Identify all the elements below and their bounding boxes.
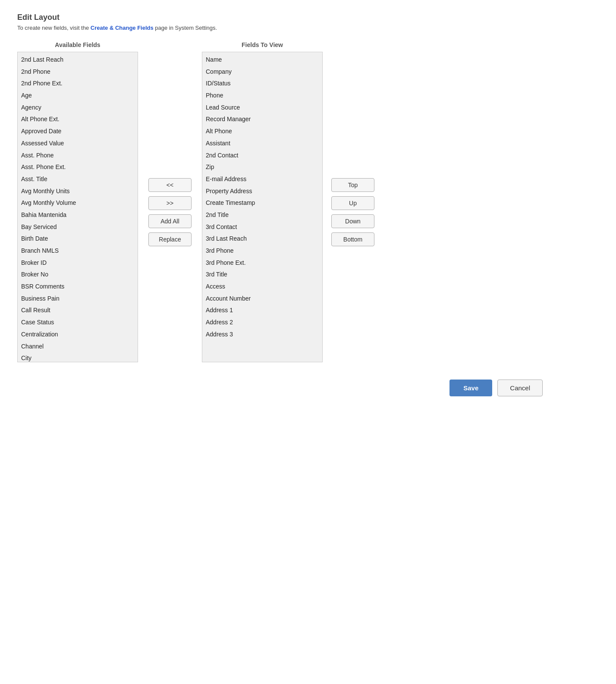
list-item[interactable]: Avg Monthly Volume xyxy=(18,197,138,209)
list-item[interactable]: Bay Serviced xyxy=(18,221,138,233)
list-item[interactable]: 3rd Title xyxy=(202,269,322,281)
up-button[interactable]: Up xyxy=(331,196,374,210)
list-item[interactable]: Avg Monthly Units xyxy=(18,185,138,198)
subtitle-suffix: page in System Settings. xyxy=(154,25,217,31)
list-item[interactable]: BSR Comments xyxy=(18,281,138,293)
list-item[interactable]: 2nd Phone Ext. xyxy=(18,78,138,90)
list-item[interactable]: E-mail Address xyxy=(202,173,322,185)
add-all-button[interactable]: Add All xyxy=(148,214,192,228)
list-item[interactable]: Lead Source xyxy=(202,102,322,114)
fields-to-view-label: Fields To View xyxy=(242,41,283,48)
list-item[interactable]: Agency xyxy=(18,102,138,114)
subtitle-prefix: To create new fields, visit the xyxy=(17,25,91,31)
list-item[interactable]: Business Pain xyxy=(18,293,138,305)
list-item[interactable]: Assessed Value xyxy=(18,138,138,150)
footer-actions: Save Cancel xyxy=(17,380,599,396)
list-item[interactable]: 3rd Phone xyxy=(202,245,322,257)
list-item[interactable]: 3rd Phone Ext. xyxy=(202,257,322,269)
list-item[interactable]: Centralization xyxy=(18,329,138,341)
list-item[interactable]: Name xyxy=(202,54,322,66)
list-item[interactable]: 2nd Contact xyxy=(202,150,322,162)
create-change-fields-link[interactable]: Create & Change Fields xyxy=(91,25,154,31)
list-item[interactable]: Branch NMLS xyxy=(18,245,138,257)
fields-to-view-section: Fields To View NameCompanyID/StatusPhone… xyxy=(202,41,323,362)
list-item[interactable]: Bahia Mantenida xyxy=(18,209,138,221)
page-subtitle: To create new fields, visit the Create &… xyxy=(17,25,599,31)
move-left-button[interactable]: << xyxy=(148,178,192,192)
available-fields-label: Available Fields xyxy=(55,41,100,48)
list-item[interactable]: Case Status xyxy=(18,317,138,329)
top-button[interactable]: Top xyxy=(331,178,374,192)
down-button[interactable]: Down xyxy=(331,214,374,228)
list-item[interactable]: Assistant xyxy=(202,138,322,150)
available-fields-list[interactable]: 2nd Last Reach2nd Phone2nd Phone Ext.Age… xyxy=(17,52,138,362)
list-item[interactable]: Access xyxy=(202,281,322,293)
list-item[interactable]: City xyxy=(18,352,138,362)
list-item[interactable]: Property Address xyxy=(202,185,322,198)
list-item[interactable]: Address 2 xyxy=(202,317,322,329)
layout-container: Available Fields 2nd Last Reach2nd Phone… xyxy=(17,41,599,367)
list-item[interactable]: Zip xyxy=(202,161,322,173)
replace-button[interactable]: Replace xyxy=(148,232,192,246)
list-item[interactable]: Alt Phone Ext. xyxy=(18,113,138,126)
middle-controls: << >> Add All Replace xyxy=(138,57,202,367)
list-item[interactable]: 2nd Title xyxy=(202,209,322,221)
list-item[interactable]: 2nd Last Reach xyxy=(18,54,138,66)
list-item[interactable]: Broker No xyxy=(18,269,138,281)
available-fields-section: Available Fields 2nd Last Reach2nd Phone… xyxy=(17,41,138,362)
list-item[interactable]: Call Result xyxy=(18,304,138,317)
list-item[interactable]: Alt Phone xyxy=(202,126,322,138)
save-button[interactable]: Save xyxy=(449,380,492,396)
list-item[interactable]: ID/Status xyxy=(202,78,322,90)
list-item[interactable]: 3rd Contact xyxy=(202,221,322,233)
list-item[interactable]: Create Timestamp xyxy=(202,197,322,209)
list-item[interactable]: Account Number xyxy=(202,293,322,305)
cancel-button[interactable]: Cancel xyxy=(497,380,543,396)
bottom-button[interactable]: Bottom xyxy=(331,232,374,246)
fields-to-view-list[interactable]: NameCompanyID/StatusPhoneLead SourceReco… xyxy=(202,52,323,362)
list-item[interactable]: Address 1 xyxy=(202,304,322,317)
list-item[interactable]: Age xyxy=(18,90,138,102)
list-item[interactable]: 2nd Phone xyxy=(18,66,138,78)
list-item[interactable]: Record Manager xyxy=(202,113,322,126)
list-item[interactable]: Company xyxy=(202,66,322,78)
list-item[interactable]: Phone xyxy=(202,90,322,102)
list-item[interactable]: Broker ID xyxy=(18,257,138,269)
list-item[interactable]: 3rd Last Reach xyxy=(202,233,322,245)
list-item[interactable]: Address 3 xyxy=(202,329,322,341)
list-item[interactable]: Birth Date xyxy=(18,233,138,245)
list-item[interactable]: Asst. Phone Ext. xyxy=(18,161,138,173)
move-right-button[interactable]: >> xyxy=(148,196,192,210)
list-item[interactable]: Asst. Title xyxy=(18,173,138,185)
list-item[interactable]: Asst. Phone xyxy=(18,150,138,162)
list-item[interactable]: Channel xyxy=(18,341,138,353)
right-controls: Top Up Down Bottom xyxy=(323,57,374,367)
page-title: Edit Layout xyxy=(17,13,599,22)
list-item[interactable]: Approved Date xyxy=(18,126,138,138)
